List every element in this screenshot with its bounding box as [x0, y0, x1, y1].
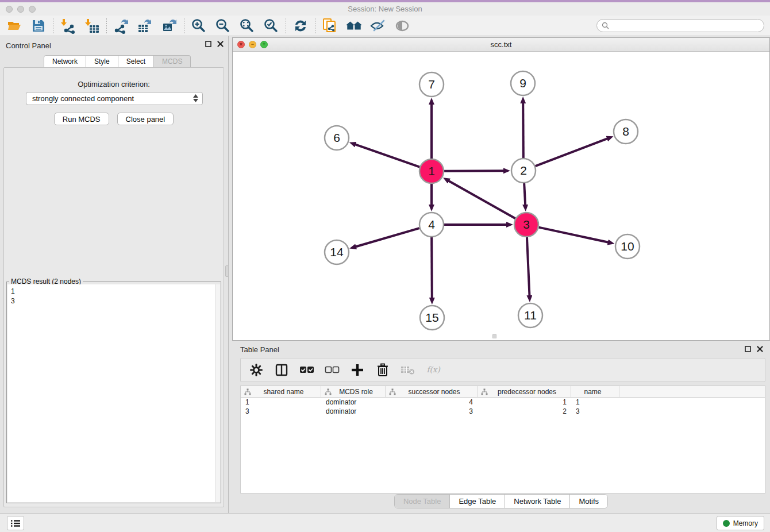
- edge-1-6[interactable]: [355, 144, 419, 167]
- table-header-row: shared nameMCDS rolesuccessor nodesprede…: [241, 386, 765, 398]
- table-row[interactable]: 1dominator411: [241, 398, 765, 407]
- select-all-icon[interactable]: [299, 363, 314, 377]
- save-session-icon[interactable]: [30, 17, 47, 34]
- node-label-2: 2: [520, 164, 527, 177]
- cell-successor-nodes: 4: [386, 398, 478, 407]
- column-header-MCDS-role[interactable]: MCDS role: [321, 386, 386, 397]
- tab-node-table[interactable]: Node Table: [395, 495, 451, 508]
- control-panel: Control Panel NetworkStyleSelectMCDS Opt…: [0, 36, 229, 513]
- select-stepper-icon: [193, 94, 198, 102]
- canvas-resize-grip[interactable]: [492, 334, 496, 338]
- edge-3-10[interactable]: [539, 228, 609, 242]
- node-label-9: 9: [519, 76, 526, 90]
- network-window-titlebar[interactable]: × − + scc.txt: [233, 38, 769, 52]
- export-image-icon[interactable]: [161, 17, 178, 34]
- tab-network[interactable]: Network: [44, 55, 86, 68]
- table-panel-title: Table Panel: [240, 345, 279, 354]
- control-panel-tabs: NetworkStyleSelectMCDS: [44, 55, 191, 68]
- refresh-icon[interactable]: [292, 17, 309, 34]
- search-icon: [602, 22, 610, 30]
- edge-4-14[interactable]: [356, 228, 419, 246]
- duplicate-network-icon[interactable]: [321, 17, 338, 34]
- edge-2-3[interactable]: [524, 183, 525, 205]
- optimization-select-value: strongly connected component: [32, 94, 134, 103]
- memory-button[interactable]: Memory: [717, 516, 764, 530]
- close-table-panel-icon[interactable]: [757, 346, 763, 352]
- edge-3-11[interactable]: [527, 237, 530, 296]
- result-scrollbar[interactable]: [215, 284, 220, 502]
- close-panel-icon[interactable]: [217, 41, 224, 47]
- search-input[interactable]: [610, 20, 764, 32]
- cell-successor-nodes: 3: [386, 407, 478, 416]
- close-panel-button[interactable]: Close panel: [117, 113, 174, 125]
- memory-label: Memory: [733, 519, 758, 527]
- cell-name: 1: [571, 398, 619, 407]
- mcds-result-values: 1 3: [7, 284, 220, 309]
- panel-splitter-handle[interactable]: [225, 265, 229, 277]
- svg-text:f(x): f(x): [426, 365, 440, 374]
- column-header-successor-nodes[interactable]: successor nodes: [386, 386, 478, 397]
- node-label-8: 8: [622, 125, 629, 138]
- tab-style[interactable]: Style: [86, 55, 118, 68]
- network-window-title: scc.txt: [233, 40, 769, 49]
- node-label-11: 11: [524, 309, 537, 322]
- export-table-icon[interactable]: [137, 17, 154, 34]
- float-panel-icon[interactable]: [205, 41, 211, 47]
- tab-edge-table[interactable]: Edge Table: [450, 495, 505, 508]
- deselect-all-icon[interactable]: [325, 363, 340, 377]
- zoom-in-icon[interactable]: [190, 17, 207, 34]
- tab-select[interactable]: Select: [118, 55, 154, 68]
- edge-4-15[interactable]: [432, 237, 432, 298]
- mcds-result-group: MCDS result (2 nodes) 1 3: [6, 282, 221, 503]
- column-header-shared-name[interactable]: shared name: [241, 386, 321, 397]
- table-row[interactable]: 3dominator323: [241, 407, 765, 416]
- float-table-panel-icon[interactable]: [745, 346, 751, 352]
- task-history-button[interactable]: [7, 516, 24, 530]
- edge-2-9[interactable]: [523, 103, 523, 158]
- mcds-panel: Optimization criterion: strongly connect…: [3, 67, 224, 507]
- cell-predecessor-nodes: 1: [478, 398, 571, 407]
- memory-status-icon: [723, 520, 730, 527]
- zoom-selected-icon[interactable]: [263, 17, 280, 34]
- cell-MCDS-role: dominator: [321, 407, 386, 416]
- tab-motifs[interactable]: Motifs: [570, 495, 607, 508]
- column-header-name[interactable]: name: [571, 386, 619, 397]
- search-field[interactable]: [596, 19, 764, 32]
- zoom-out-icon[interactable]: [214, 17, 232, 34]
- import-table-icon[interactable]: [83, 17, 101, 34]
- gear-icon[interactable]: [249, 363, 264, 377]
- tab-network-table[interactable]: Network Table: [505, 495, 570, 508]
- network-canvas[interactable]: 7968124314101511: [233, 52, 769, 340]
- zoom-fit-icon[interactable]: [238, 17, 256, 34]
- cell-predecessor-nodes: 2: [478, 407, 571, 416]
- table-tabs: Node TableEdge TableNetwork TableMotifs: [394, 494, 608, 508]
- hide-icon[interactable]: [369, 17, 387, 34]
- tab-mcds[interactable]: MCDS: [154, 55, 191, 68]
- optimization-criterion-label: Optimization criterion:: [4, 80, 224, 88]
- delete-table-icon: [401, 363, 415, 377]
- open-session-icon[interactable]: [6, 17, 23, 34]
- node-label-4: 4: [428, 218, 435, 231]
- cell-shared-name: 1: [241, 398, 321, 407]
- home-icon[interactable]: [345, 17, 363, 34]
- edge-1-2[interactable]: [444, 171, 504, 171]
- edge-3-1[interactable]: [449, 181, 515, 219]
- function-icon: f(x): [426, 363, 441, 377]
- table-panel: Table Panel: [232, 343, 770, 510]
- split-columns-icon[interactable]: [274, 363, 289, 377]
- mcds-result-textarea[interactable]: 1 3: [7, 284, 220, 502]
- titlebar: Session: New Session: [0, 2, 770, 16]
- network-view-window: × − + scc.txt 7968124314101511: [232, 37, 770, 341]
- export-network-icon[interactable]: [113, 17, 130, 34]
- node-table[interactable]: shared nameMCDS rolesuccessor nodesprede…: [240, 385, 765, 494]
- import-network-icon[interactable]: [59, 17, 76, 34]
- node-label-1: 1: [428, 164, 435, 178]
- edge-2-8[interactable]: [536, 138, 608, 166]
- trash-icon[interactable]: [375, 363, 390, 377]
- optimization-select[interactable]: strongly connected component: [26, 92, 203, 105]
- node-label-7: 7: [428, 78, 435, 91]
- run-mcds-button[interactable]: Run MCDS: [54, 113, 109, 125]
- node-label-6: 6: [333, 131, 340, 144]
- add-icon[interactable]: [350, 363, 365, 377]
- column-header-predecessor-nodes[interactable]: predecessor nodes: [478, 386, 571, 397]
